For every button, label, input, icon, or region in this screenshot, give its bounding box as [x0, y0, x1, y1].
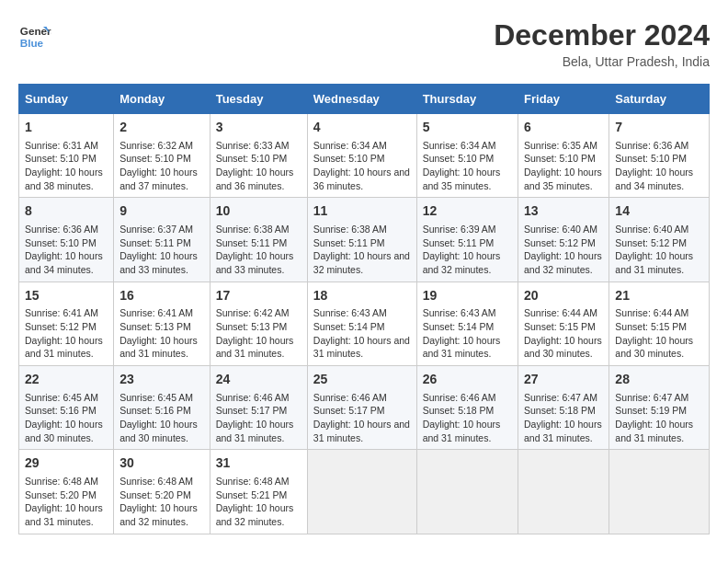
day-number: 5: [423, 119, 512, 137]
calendar-cell: 27Sunrise: 6:47 AMSunset: 5:18 PMDayligh…: [518, 366, 609, 450]
cell-details: Sunrise: 6:40 AMSunset: 5:12 PMDaylight:…: [524, 223, 603, 277]
calendar-week-row: 1Sunrise: 6:31 AMSunset: 5:10 PMDaylight…: [19, 114, 710, 198]
day-number: 22: [25, 371, 108, 389]
day-number: 15: [25, 287, 108, 305]
calendar-cell: 13Sunrise: 6:40 AMSunset: 5:12 PMDayligh…: [518, 198, 609, 282]
calendar-cell: 10Sunrise: 6:38 AMSunset: 5:11 PMDayligh…: [210, 198, 307, 282]
cell-details: Sunrise: 6:39 AMSunset: 5:11 PMDaylight:…: [423, 223, 512, 277]
calendar-cell: 4Sunrise: 6:34 AMSunset: 5:10 PMDaylight…: [307, 114, 416, 198]
day-number: 8: [25, 202, 108, 221]
calendar-cell: 18Sunrise: 6:43 AMSunset: 5:14 PMDayligh…: [307, 282, 416, 365]
calendar-week-row: 15Sunrise: 6:41 AMSunset: 5:12 PMDayligh…: [19, 282, 710, 365]
cell-details: Sunrise: 6:36 AMSunset: 5:10 PMDaylight:…: [615, 139, 703, 193]
calendar-cell: 2Sunrise: 6:32 AMSunset: 5:10 PMDaylight…: [114, 114, 210, 198]
day-number: 6: [524, 119, 603, 137]
cell-details: Sunrise: 6:47 AMSunset: 5:19 PMDaylight:…: [615, 391, 703, 445]
cell-details: Sunrise: 6:48 AMSunset: 5:21 PMDaylight:…: [216, 475, 301, 529]
day-number: 31: [216, 454, 301, 473]
month-year-title: December 2024: [494, 18, 710, 52]
cell-details: Sunrise: 6:38 AMSunset: 5:11 PMDaylight:…: [216, 223, 301, 277]
day-number: 25: [313, 371, 411, 389]
calendar-cell: 1Sunrise: 6:31 AMSunset: 5:10 PMDaylight…: [19, 114, 114, 198]
day-number: 2: [119, 119, 204, 137]
day-number: 1: [25, 119, 108, 137]
calendar-cell: 8Sunrise: 6:36 AMSunset: 5:10 PMDaylight…: [19, 198, 114, 282]
day-number: 26: [423, 371, 512, 389]
cell-details: Sunrise: 6:36 AMSunset: 5:10 PMDaylight:…: [25, 223, 108, 277]
day-number: 18: [313, 287, 411, 305]
day-number: 12: [423, 202, 512, 221]
cell-details: Sunrise: 6:46 AMSunset: 5:17 PMDaylight:…: [216, 391, 301, 445]
calendar-cell: 23Sunrise: 6:45 AMSunset: 5:16 PMDayligh…: [114, 366, 210, 450]
day-number: 13: [524, 202, 603, 221]
cell-details: Sunrise: 6:45 AMSunset: 5:16 PMDaylight:…: [119, 391, 204, 445]
col-header-saturday: Saturday: [609, 85, 710, 114]
cell-details: Sunrise: 6:48 AMSunset: 5:20 PMDaylight:…: [25, 475, 108, 529]
cell-details: Sunrise: 6:35 AMSunset: 5:10 PMDaylight:…: [524, 139, 603, 193]
day-number: 20: [524, 287, 603, 305]
calendar-week-row: 8Sunrise: 6:36 AMSunset: 5:10 PMDaylight…: [19, 198, 710, 282]
day-number: 29: [25, 454, 108, 473]
calendar-cell: 6Sunrise: 6:35 AMSunset: 5:10 PMDaylight…: [518, 114, 609, 198]
calendar-cell: 19Sunrise: 6:43 AMSunset: 5:14 PMDayligh…: [416, 282, 518, 365]
calendar-cell: 20Sunrise: 6:44 AMSunset: 5:15 PMDayligh…: [518, 282, 609, 365]
calendar-cell: [609, 450, 710, 534]
day-number: 24: [216, 371, 301, 389]
col-header-thursday: Thursday: [416, 85, 518, 114]
calendar-cell: [307, 450, 416, 534]
day-number: 21: [615, 287, 703, 305]
calendar-cell: 9Sunrise: 6:37 AMSunset: 5:11 PMDaylight…: [114, 198, 210, 282]
day-number: 7: [615, 119, 703, 137]
calendar-cell: 7Sunrise: 6:36 AMSunset: 5:10 PMDaylight…: [609, 114, 710, 198]
cell-details: Sunrise: 6:41 AMSunset: 5:13 PMDaylight:…: [119, 306, 204, 361]
cell-details: Sunrise: 6:38 AMSunset: 5:11 PMDaylight:…: [313, 223, 411, 277]
cell-details: Sunrise: 6:45 AMSunset: 5:16 PMDaylight:…: [25, 391, 108, 445]
day-number: 10: [216, 202, 301, 221]
day-number: 19: [423, 287, 512, 305]
logo: General Blue: [18, 18, 51, 52]
cell-details: Sunrise: 6:40 AMSunset: 5:12 PMDaylight:…: [615, 223, 703, 277]
calendar-cell: 22Sunrise: 6:45 AMSunset: 5:16 PMDayligh…: [19, 366, 114, 450]
calendar-cell: [416, 450, 518, 534]
calendar-cell: 30Sunrise: 6:48 AMSunset: 5:20 PMDayligh…: [114, 450, 210, 534]
cell-details: Sunrise: 6:34 AMSunset: 5:10 PMDaylight:…: [423, 139, 512, 193]
cell-details: Sunrise: 6:32 AMSunset: 5:10 PMDaylight:…: [119, 139, 204, 193]
calendar-cell: 11Sunrise: 6:38 AMSunset: 5:11 PMDayligh…: [307, 198, 416, 282]
day-number: 16: [119, 287, 204, 305]
calendar-cell: 21Sunrise: 6:44 AMSunset: 5:15 PMDayligh…: [609, 282, 710, 365]
col-header-sunday: Sunday: [19, 85, 114, 114]
calendar-cell: 17Sunrise: 6:42 AMSunset: 5:13 PMDayligh…: [210, 282, 307, 365]
cell-details: Sunrise: 6:46 AMSunset: 5:18 PMDaylight:…: [423, 391, 512, 445]
calendar-cell: 5Sunrise: 6:34 AMSunset: 5:10 PMDaylight…: [416, 114, 518, 198]
calendar-cell: 31Sunrise: 6:48 AMSunset: 5:21 PMDayligh…: [210, 450, 307, 534]
day-number: 9: [119, 202, 204, 221]
day-number: 17: [216, 287, 301, 305]
svg-text:General: General: [20, 25, 51, 37]
calendar-table: SundayMondayTuesdayWednesdayThursdayFrid…: [18, 84, 710, 534]
cell-details: Sunrise: 6:41 AMSunset: 5:12 PMDaylight:…: [25, 306, 108, 361]
col-header-friday: Friday: [518, 85, 609, 114]
cell-details: Sunrise: 6:48 AMSunset: 5:20 PMDaylight:…: [119, 475, 204, 529]
day-number: 11: [313, 202, 411, 221]
calendar-cell: 24Sunrise: 6:46 AMSunset: 5:17 PMDayligh…: [210, 366, 307, 450]
day-number: 4: [313, 119, 411, 137]
cell-details: Sunrise: 6:44 AMSunset: 5:15 PMDaylight:…: [524, 306, 603, 361]
calendar-cell: 29Sunrise: 6:48 AMSunset: 5:20 PMDayligh…: [19, 450, 114, 534]
page-header: General Blue December 2024 Bela, Uttar P…: [18, 18, 710, 69]
calendar-header-row: SundayMondayTuesdayWednesdayThursdayFrid…: [19, 85, 710, 114]
cell-details: Sunrise: 6:37 AMSunset: 5:11 PMDaylight:…: [119, 223, 204, 277]
calendar-week-row: 22Sunrise: 6:45 AMSunset: 5:16 PMDayligh…: [19, 366, 710, 450]
cell-details: Sunrise: 6:46 AMSunset: 5:17 PMDaylight:…: [313, 391, 411, 445]
calendar-cell: 14Sunrise: 6:40 AMSunset: 5:12 PMDayligh…: [609, 198, 710, 282]
day-number: 23: [119, 371, 204, 389]
cell-details: Sunrise: 6:31 AMSunset: 5:10 PMDaylight:…: [25, 139, 108, 193]
calendar-week-row: 29Sunrise: 6:48 AMSunset: 5:20 PMDayligh…: [19, 450, 710, 534]
location-subtitle: Bela, Uttar Pradesh, India: [494, 54, 710, 69]
cell-details: Sunrise: 6:34 AMSunset: 5:10 PMDaylight:…: [313, 139, 411, 193]
cell-details: Sunrise: 6:42 AMSunset: 5:13 PMDaylight:…: [216, 306, 301, 361]
calendar-cell: 16Sunrise: 6:41 AMSunset: 5:13 PMDayligh…: [114, 282, 210, 365]
calendar-cell: [518, 450, 609, 534]
day-number: 3: [216, 119, 301, 137]
cell-details: Sunrise: 6:43 AMSunset: 5:14 PMDaylight:…: [313, 306, 411, 361]
calendar-cell: 28Sunrise: 6:47 AMSunset: 5:19 PMDayligh…: [609, 366, 710, 450]
